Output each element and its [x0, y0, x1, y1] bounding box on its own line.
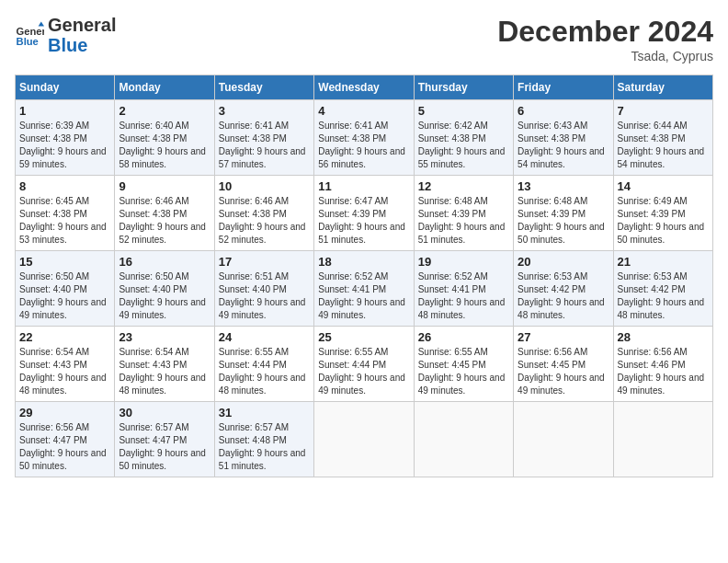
- calendar-header-wednesday: Wednesday: [314, 75, 414, 100]
- calendar-header-sunday: Sunday: [16, 75, 115, 100]
- month-title: December 2024: [497, 15, 713, 49]
- day-number: 23: [119, 330, 210, 344]
- calendar-cell: 1 Sunrise: 6:39 AM Sunset: 4:38 PM Dayli…: [16, 100, 115, 176]
- day-number: 18: [318, 255, 409, 269]
- day-info: Sunrise: 6:55 AM Sunset: 4:44 PM Dayligh…: [219, 346, 310, 397]
- day-info: Sunrise: 6:41 AM Sunset: 4:38 PM Dayligh…: [219, 120, 310, 171]
- calendar-week-row: 1 Sunrise: 6:39 AM Sunset: 4:38 PM Dayli…: [16, 100, 713, 176]
- day-number: 7: [618, 104, 709, 118]
- day-number: 13: [518, 179, 609, 193]
- day-number: 14: [618, 179, 709, 193]
- day-number: 3: [219, 104, 310, 118]
- calendar-cell: 26 Sunrise: 6:55 AM Sunset: 4:45 PM Dayl…: [414, 327, 513, 402]
- calendar-cell: 23 Sunrise: 6:54 AM Sunset: 4:43 PM Dayl…: [115, 327, 214, 402]
- day-number: 1: [19, 104, 110, 118]
- logo-icon: General Blue: [15, 20, 44, 50]
- day-info: Sunrise: 6:53 AM Sunset: 4:42 PM Dayligh…: [618, 270, 709, 322]
- day-info: Sunrise: 6:41 AM Sunset: 4:38 PM Dayligh…: [318, 120, 409, 171]
- svg-text:General: General: [17, 26, 44, 37]
- calendar-cell: 29 Sunrise: 6:56 AM Sunset: 4:47 PM Dayl…: [16, 402, 115, 477]
- day-info: Sunrise: 6:54 AM Sunset: 4:43 PM Dayligh…: [19, 346, 110, 397]
- calendar-cell: 6 Sunrise: 6:43 AM Sunset: 4:38 PM Dayli…: [514, 100, 613, 176]
- calendar-cell: 5 Sunrise: 6:42 AM Sunset: 4:38 PM Dayli…: [414, 100, 513, 176]
- location: Tsada, Cyprus: [497, 49, 713, 63]
- day-info: Sunrise: 6:48 AM Sunset: 4:39 PM Dayligh…: [518, 195, 609, 247]
- calendar-cell: 18 Sunrise: 6:52 AM Sunset: 4:41 PM Dayl…: [314, 251, 414, 327]
- day-number: 9: [119, 179, 210, 193]
- calendar-cell: [314, 402, 414, 477]
- day-info: Sunrise: 6:52 AM Sunset: 4:41 PM Dayligh…: [418, 270, 509, 322]
- calendar-cell: 30 Sunrise: 6:57 AM Sunset: 4:47 PM Dayl…: [115, 402, 214, 477]
- calendar-cell: 20 Sunrise: 6:53 AM Sunset: 4:42 PM Dayl…: [514, 251, 613, 327]
- svg-text:Blue: Blue: [17, 36, 39, 47]
- calendar-cell: 14 Sunrise: 6:49 AM Sunset: 4:39 PM Dayl…: [613, 176, 712, 251]
- calendar-header-thursday: Thursday: [414, 75, 513, 100]
- logo-text: GeneralBlue: [48, 15, 116, 55]
- day-info: Sunrise: 6:50 AM Sunset: 4:40 PM Dayligh…: [19, 270, 110, 322]
- day-number: 11: [318, 179, 409, 193]
- calendar-cell: 28 Sunrise: 6:56 AM Sunset: 4:46 PM Dayl…: [613, 327, 712, 402]
- calendar-week-row: 15 Sunrise: 6:50 AM Sunset: 4:40 PM Dayl…: [16, 251, 713, 327]
- day-info: Sunrise: 6:54 AM Sunset: 4:43 PM Dayligh…: [119, 346, 210, 397]
- day-number: 15: [19, 255, 110, 269]
- calendar-cell: 25 Sunrise: 6:55 AM Sunset: 4:44 PM Dayl…: [314, 327, 414, 402]
- day-number: 30: [119, 406, 210, 419]
- day-info: Sunrise: 6:48 AM Sunset: 4:39 PM Dayligh…: [418, 195, 509, 247]
- calendar-cell: 8 Sunrise: 6:45 AM Sunset: 4:38 PM Dayli…: [16, 176, 115, 251]
- calendar-cell: [414, 402, 513, 477]
- calendar-cell: [514, 402, 613, 477]
- calendar-cell: 16 Sunrise: 6:50 AM Sunset: 4:40 PM Dayl…: [115, 251, 214, 327]
- day-info: Sunrise: 6:52 AM Sunset: 4:41 PM Dayligh…: [318, 270, 409, 322]
- calendar-header-friday: Friday: [514, 75, 613, 100]
- day-number: 27: [518, 330, 609, 344]
- day-number: 6: [518, 104, 609, 118]
- calendar-header-monday: Monday: [115, 75, 214, 100]
- day-info: Sunrise: 6:55 AM Sunset: 4:45 PM Dayligh…: [418, 346, 509, 397]
- day-info: Sunrise: 6:46 AM Sunset: 4:38 PM Dayligh…: [219, 195, 310, 247]
- calendar-cell: 15 Sunrise: 6:50 AM Sunset: 4:40 PM Dayl…: [16, 251, 115, 327]
- day-info: Sunrise: 6:53 AM Sunset: 4:42 PM Dayligh…: [518, 270, 609, 322]
- calendar-week-row: 8 Sunrise: 6:45 AM Sunset: 4:38 PM Dayli…: [16, 176, 713, 251]
- day-info: Sunrise: 6:57 AM Sunset: 4:47 PM Dayligh…: [119, 421, 210, 473]
- day-number: 25: [318, 330, 409, 344]
- logo: General Blue GeneralBlue: [15, 15, 116, 55]
- day-info: Sunrise: 6:56 AM Sunset: 4:47 PM Dayligh…: [19, 421, 110, 473]
- day-number: 19: [418, 255, 509, 269]
- page-header: General Blue GeneralBlue December 2024 T…: [15, 15, 713, 63]
- day-number: 2: [119, 104, 210, 118]
- day-number: 16: [119, 255, 210, 269]
- calendar-cell: 2 Sunrise: 6:40 AM Sunset: 4:38 PM Dayli…: [115, 100, 214, 176]
- day-info: Sunrise: 6:57 AM Sunset: 4:48 PM Dayligh…: [219, 421, 310, 473]
- day-number: 26: [418, 330, 509, 344]
- day-info: Sunrise: 6:42 AM Sunset: 4:38 PM Dayligh…: [418, 120, 509, 171]
- day-info: Sunrise: 6:40 AM Sunset: 4:38 PM Dayligh…: [119, 120, 210, 171]
- calendar-cell: 13 Sunrise: 6:48 AM Sunset: 4:39 PM Dayl…: [514, 176, 613, 251]
- day-info: Sunrise: 6:56 AM Sunset: 4:45 PM Dayligh…: [518, 346, 609, 397]
- calendar-cell: 17 Sunrise: 6:51 AM Sunset: 4:40 PM Dayl…: [214, 251, 313, 327]
- calendar-header-row: SundayMondayTuesdayWednesdayThursdayFrid…: [16, 75, 713, 100]
- day-info: Sunrise: 6:55 AM Sunset: 4:44 PM Dayligh…: [318, 346, 409, 397]
- day-number: 29: [19, 406, 110, 419]
- day-info: Sunrise: 6:45 AM Sunset: 4:38 PM Dayligh…: [19, 195, 110, 247]
- day-info: Sunrise: 6:43 AM Sunset: 4:38 PM Dayligh…: [518, 120, 609, 171]
- day-number: 10: [219, 179, 310, 193]
- day-number: 31: [219, 406, 310, 419]
- day-number: 17: [219, 255, 310, 269]
- day-info: Sunrise: 6:49 AM Sunset: 4:39 PM Dayligh…: [618, 195, 709, 247]
- calendar-cell: 7 Sunrise: 6:44 AM Sunset: 4:38 PM Dayli…: [613, 100, 712, 176]
- day-info: Sunrise: 6:46 AM Sunset: 4:38 PM Dayligh…: [119, 195, 210, 247]
- calendar-cell: [613, 402, 712, 477]
- calendar-cell: 9 Sunrise: 6:46 AM Sunset: 4:38 PM Dayli…: [115, 176, 214, 251]
- calendar-cell: 22 Sunrise: 6:54 AM Sunset: 4:43 PM Dayl…: [16, 327, 115, 402]
- calendar-cell: 19 Sunrise: 6:52 AM Sunset: 4:41 PM Dayl…: [414, 251, 513, 327]
- day-info: Sunrise: 6:39 AM Sunset: 4:38 PM Dayligh…: [19, 120, 110, 171]
- day-number: 22: [19, 330, 110, 344]
- calendar-cell: 27 Sunrise: 6:56 AM Sunset: 4:45 PM Dayl…: [514, 327, 613, 402]
- day-number: 12: [418, 179, 509, 193]
- day-info: Sunrise: 6:51 AM Sunset: 4:40 PM Dayligh…: [219, 270, 310, 322]
- day-info: Sunrise: 6:50 AM Sunset: 4:40 PM Dayligh…: [119, 270, 210, 322]
- calendar-cell: 24 Sunrise: 6:55 AM Sunset: 4:44 PM Dayl…: [214, 327, 313, 402]
- calendar-header-saturday: Saturday: [613, 75, 712, 100]
- day-number: 21: [618, 255, 709, 269]
- day-info: Sunrise: 6:47 AM Sunset: 4:39 PM Dayligh…: [318, 195, 409, 247]
